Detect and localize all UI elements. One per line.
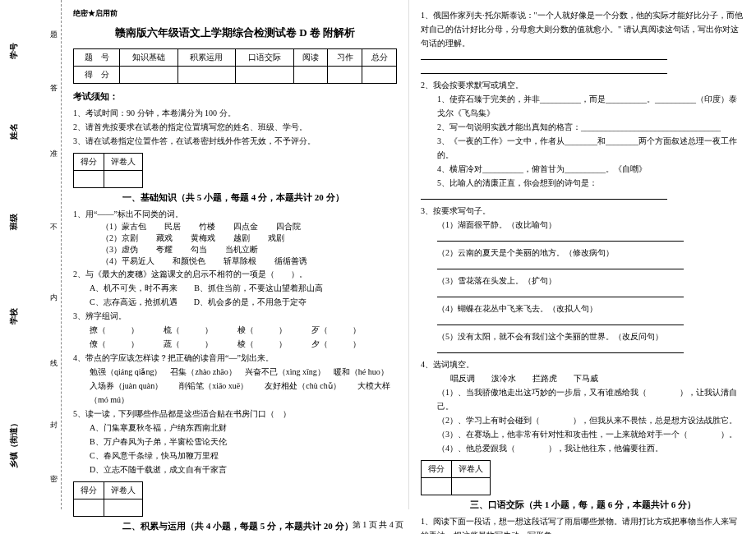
s2-q2-item: 3、《一夜的工作》一文中，作者从________和________两个方面叙述总… — [421, 134, 744, 162]
q2: 2、与《最大的麦穗》这篇课文的启示不相符的一项是（ ）。 — [73, 267, 397, 281]
s2-q3-item: （3）雪花落在头发上。（扩句） — [421, 274, 744, 288]
s2-q3: 3、按要求写句子。 — [421, 204, 744, 218]
q2-opt: C、志存高远，抢抓机遇 D、机会多的是，不用急于定夺 — [73, 295, 397, 309]
grader-cell[interactable] — [452, 478, 491, 495]
answer-line[interactable] — [421, 50, 744, 64]
score-cell: 得 分 — [74, 67, 120, 84]
s2-q4: 4、选词填空。 — [421, 357, 744, 371]
s2-q4-words: 唱反调 泼冷水 拦路虎 下马威 — [421, 371, 744, 385]
grader-cell[interactable] — [74, 499, 104, 517]
grader-score-label: 得分 — [422, 461, 452, 478]
q3-row: 僚（ ） 蔬（ ） 棱（ ） 夕（ ） — [73, 337, 397, 351]
score-cell[interactable] — [236, 67, 294, 84]
q5-opt: C、春风意千条绿，快马加鞭万里程 — [73, 449, 397, 463]
score-header: 知识基础 — [120, 49, 178, 67]
grader-table: 得分评卷人 — [73, 153, 143, 188]
grader-cell[interactable] — [104, 499, 143, 517]
q4-line: 入场券（juàn quàn） 削铅笔（xiāo xuē） 友好相处（chù ch… — [73, 379, 397, 407]
margin-label-class: 班级 — [8, 214, 20, 230]
score-cell[interactable] — [120, 67, 178, 84]
q4-line: 勉强（qiáng qiǎng） 召集（zhào zhāo） 兴奋不已（xìng … — [73, 365, 397, 379]
q5-opt: A、门集寒夏秋冬福，户纳东西南北财 — [73, 421, 397, 435]
score-cell[interactable] — [328, 67, 362, 84]
answer-line[interactable] — [421, 315, 744, 329]
answer-line[interactable] — [421, 190, 744, 204]
page-footer: 第 1 页 共 4 页 — [0, 519, 756, 531]
section-1-title: 一、基础知识（共 5 小题，每题 4 分，本题共计 20 分） — [122, 191, 397, 204]
q1-row: （3）虚伪夸耀勾当当机立断 — [73, 244, 397, 255]
answer-line[interactable] — [421, 288, 744, 302]
grader-name-label: 评卷人 — [452, 461, 491, 478]
binding-margin: 学号 姓名 班级 学校 乡镇（街道） 题 答 准 不 内 线 封 密 — [0, 0, 62, 509]
score-cell[interactable] — [362, 67, 397, 84]
secrecy-mark: 绝密★启用前 — [73, 8, 397, 19]
s2-q3-item: （5）没有太阳，就不会有我们这个美丽的世界。（改反问句） — [421, 329, 744, 343]
s2-q4-item: （1）、当我骄傲地走出这巧妙的一步后，又有谁感给我（ ），让我认清自己。 — [421, 385, 744, 413]
left-column: 绝密★启用前 赣南版六年级语文上学期综合检测试卷 D 卷 附解析 题 号 知识基… — [62, 0, 409, 509]
s2-q1: 1、俄国作家列夫·托尔斯泰说："一个人就好像是一个分数，他的实际才能好比分子，而… — [421, 8, 744, 50]
grader-cell[interactable] — [422, 478, 452, 495]
margin-label-town: 乡镇（街道） — [8, 419, 20, 468]
grader-name-label: 评卷人 — [104, 154, 143, 171]
score-header: 题 号 — [74, 49, 120, 67]
q1-row: （1）蒙古包民居竹楼四点金四合院 — [73, 221, 397, 232]
s2-q2: 2、我会按要求默写或填空。 — [421, 78, 744, 92]
s2-q2-item: 2、写一句说明实践才能出真知的格言：______________________… — [421, 120, 744, 134]
q5: 5、读一读，下列哪些作品都是这些适合贴在书房门口（ ） — [73, 407, 397, 421]
answer-line[interactable] — [421, 64, 744, 78]
s2-q4-item: （3）、在赛场上，他非常有针对性和攻击性，一上来就给对手一个（ ）。 — [421, 427, 744, 441]
content-area: 绝密★启用前 赣南版六年级语文上学期综合检测试卷 D 卷 附解析 题 号 知识基… — [62, 0, 756, 509]
score-cell[interactable] — [293, 67, 328, 84]
margin-label-id: 学号 — [8, 43, 20, 59]
s2-q3-item: （2）云南的夏天是个美丽的地方。（修改病句） — [421, 246, 744, 260]
s2-q2-item: 5、比喻人的清廉正直，你会想到的诗句是： — [421, 176, 744, 190]
student-info-labels: 学号 姓名 班级 学校 乡镇（街道） — [7, 0, 56, 509]
grader-cell[interactable] — [104, 171, 143, 188]
score-header: 总分 — [362, 49, 397, 67]
q1-row: （4）平易近人和颜悦色斩草除根循循善诱 — [73, 255, 397, 267]
score-table: 题 号 知识基础 积累运用 口语交际 阅读 习作 总分 得 分 — [73, 48, 397, 84]
s2-q3-item: （4）蝴蝶在花丛中飞来飞去。（改拟人句） — [421, 302, 744, 315]
notice-heading: 考试须知： — [73, 90, 397, 103]
q5-opt: D、立志不随千载逝，成文自有千家言 — [73, 463, 397, 476]
s2-q4-item: （2）、学习上有时会碰到（ ），但我从来不畏怯，总是想方设法战胜它。 — [421, 413, 744, 427]
q1-row: （2）京剧藏戏黄梅戏越剧戏剧 — [73, 232, 397, 244]
notice-item: 2、请首先按要求在试卷的指定位置填写您的姓名、班级、学号。 — [73, 120, 397, 134]
margin-label-school: 学校 — [8, 308, 20, 325]
grader-cell[interactable] — [74, 171, 104, 188]
answer-line[interactable] — [421, 343, 744, 357]
grader-table: 得分评卷人 — [421, 460, 491, 495]
q4: 4、带点的字应该怎样读？把正确的读音用“—”划出来。 — [73, 351, 397, 365]
s2-q2-item: 4、横眉冷对__________，俯首甘为__________。《自嘲》 — [421, 162, 744, 176]
grader-score-label: 得分 — [74, 482, 104, 499]
score-cell[interactable] — [177, 67, 236, 84]
q1: 1、用“——”标出不同类的词。 — [73, 207, 397, 221]
s2-q3-item: （1）湖面很平静。（改比喻句） — [421, 218, 744, 232]
answer-line[interactable] — [421, 260, 744, 274]
notice-item: 3、请在试卷指定位置作答，在试卷密封线外作答无效，不予评分。 — [73, 134, 397, 148]
score-header: 积累运用 — [177, 49, 236, 67]
exam-page: 学号 姓名 班级 学校 乡镇（街道） 题 答 准 不 内 线 封 密 绝密★启用… — [0, 0, 756, 509]
q2-opt: A、机不可失，时不再来 B、抓住当前，不要这山望着那山高 — [73, 281, 397, 295]
grader-table: 得分评卷人 — [73, 481, 143, 517]
score-header: 口语交际 — [236, 49, 294, 67]
margin-label-name: 姓名 — [8, 123, 20, 140]
table-row: 得 分 — [74, 67, 397, 84]
s2-q2-item: 1、使弈石臻于完美的，并非__________，而是__________。___… — [421, 92, 744, 120]
q5-opt: B、万户春风为子弟，半窗松雪论天伦 — [73, 435, 397, 449]
q3-row: 撩（ ） 梳（ ） 梭（ ） 歹（ ） — [73, 323, 397, 337]
grader-score-label: 得分 — [74, 154, 104, 171]
s2-q4-item: （4）、他总爱跟我（ ），我让他往东，他偏要往西。 — [421, 441, 744, 455]
section-3-title: 三、口语交际（共 1 小题，每，题 6 分，本题共计 6 分） — [470, 499, 744, 511]
grader-name-label: 评卷人 — [104, 482, 143, 499]
score-header: 习作 — [328, 49, 362, 67]
right-column: 1、俄国作家列夫·托尔斯泰说："一个人就好像是一个分数，他的实际才能好比分子，而… — [409, 0, 756, 509]
notice-item: 1、考试时间：90 分钟，本卷满分为 100 分。 — [73, 106, 397, 120]
paper-title: 赣南版六年级语文上学期综合检测试卷 D 卷 附解析 — [73, 25, 397, 40]
q3: 3、辨字组词。 — [73, 309, 397, 323]
score-header: 阅读 — [293, 49, 328, 67]
table-row: 题 号 知识基础 积累运用 口语交际 阅读 习作 总分 — [74, 49, 397, 67]
answer-line[interactable] — [421, 232, 744, 246]
